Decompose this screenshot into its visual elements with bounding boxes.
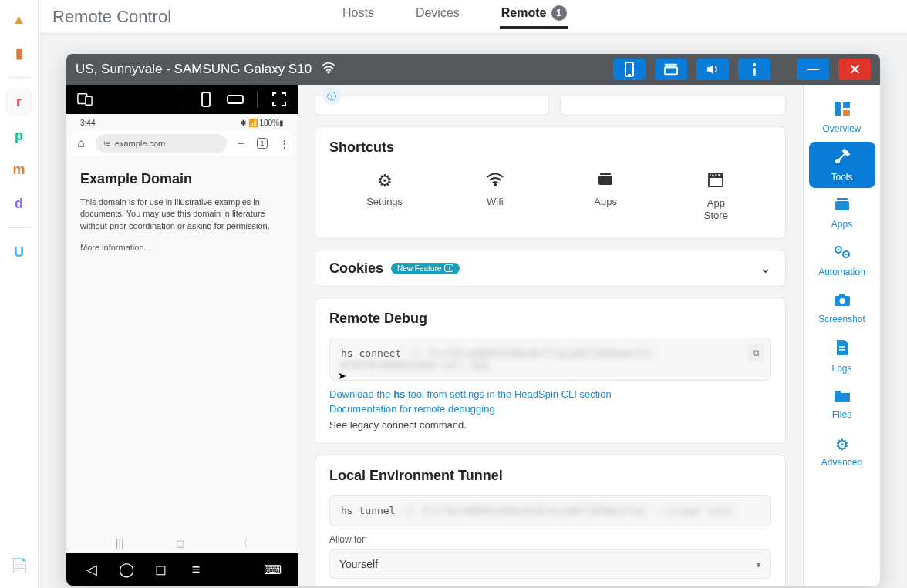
svg-rect-26 [839,346,845,348]
devices-icon[interactable] [74,89,96,109]
tab-remote-badge: 1 [551,5,567,21]
svg-point-16 [836,160,839,163]
shortcut-settings-label: Settings [366,196,403,208]
download-hs-link[interactable]: Download the hs tool from settings in th… [329,388,771,400]
sidebar-apps-label: Apps [831,219,852,230]
home-icon[interactable]: ⌂ [72,136,89,150]
nav-home-icon[interactable]: ◯ [115,561,138,578]
phone-panel: 3:44 ✱ 📶 100%▮ ⌂ ⁝≡ example.com ＋ 1 ⋮ Ex… [66,85,298,586]
sidebar-item-apps[interactable]: Apps [809,190,875,236]
copy-icon[interactable]: ⧉ [747,344,764,361]
sidebar-item-files[interactable]: Files [809,381,875,427]
landscape-icon[interactable] [224,89,246,109]
sidebar-item-screenshot[interactable]: Screenshot [809,285,875,331]
sidebar-item-overview[interactable]: Overview [809,94,875,140]
svg-point-4 [753,63,756,66]
svg-rect-17 [835,201,849,210]
wifi-icon [321,62,336,78]
svg-rect-13 [835,102,841,116]
sidebar-item-automation[interactable]: Automation [809,237,875,284]
svg-point-20 [837,248,838,250]
nav-back-icon[interactable]: ◁ [80,561,103,578]
rail-icon-1[interactable]: ▮ [6,40,32,66]
camera-icon [834,293,851,311]
recent-softkey[interactable]: ||| [116,537,124,549]
tab-devices[interactable]: Devices [414,6,461,28]
device-icon-button[interactable] [613,59,646,80]
close-button[interactable]: ✕ [838,59,871,80]
left-app-rail: ▲ ▮ r p m d U 📄 [0,0,39,588]
rail-icon-4[interactable]: m [6,156,32,183]
tools-icon [834,148,851,169]
site-info-icon: ⁝≡ [103,139,110,148]
home-softkey[interactable]: ◻ [176,537,185,549]
clapper-icon-button[interactable] [655,59,687,80]
svg-rect-12 [600,173,611,175]
new-tab-icon[interactable]: ＋ [233,136,248,150]
overview-icon [834,101,851,120]
rail-icon-bottom[interactable]: 📄 [6,553,32,579]
shortcut-apps-label: Apps [594,196,617,208]
sidebar-item-advanced[interactable]: ⚙ Advanced [809,428,875,475]
more-info-link[interactable]: More information... [80,243,151,252]
tunnel-card: Local Environment Tunnel hs tunnel -t fc… [315,455,786,586]
phone-nav: ◁ ◯ ◻ ≡ ⌨ [66,553,298,586]
url-bar[interactable]: ⁝≡ example.com [96,134,227,153]
tunnel-command[interactable]: hs tunnel -t fcc7bce8892240c8c87ace8f7d3… [329,495,771,526]
minimize-button[interactable]: — [797,59,829,80]
tab-hosts[interactable]: Hosts [341,6,376,28]
shortcut-wifi[interactable]: Wifi [457,171,534,221]
svg-point-0 [328,71,329,72]
fullscreen-icon[interactable] [268,89,290,109]
chevron-down-icon[interactable]: ⌄ [760,260,771,277]
svg-rect-5 [753,68,756,76]
docs-link[interactable]: Documentation for remote debugging [329,403,771,415]
browser-menu-icon[interactable]: ⋮ [276,138,292,150]
tools-panel: ⓘ Shortcuts ⚙ Settings Wifi [298,85,803,586]
info-icon-button[interactable] [738,59,770,80]
sidebar-item-tools[interactable]: Tools [809,142,875,188]
sidebar-tools-label: Tools [831,172,852,183]
tabs-icon[interactable]: 1 [257,138,268,149]
info-circle-icon: ⓘ [323,88,340,105]
keyboard-icon[interactable]: ⌨ [261,563,284,577]
rail-icon-0[interactable]: ▲ [6,6,32,32]
sidebar-files-label: Files [832,409,851,420]
shortcuts-title: Shortcuts [329,139,771,156]
nav-recent-icon[interactable]: ◻ [150,561,173,578]
mini-card-left: ⓘ [315,96,549,116]
shortcuts-card: Shortcuts ⚙ Settings Wifi [315,126,786,239]
phone-screen[interactable]: 3:44 ✱ 📶 100%▮ ⌂ ⁝≡ example.com ＋ 1 ⋮ Ex… [66,114,298,553]
rail-icon-6[interactable]: U [6,239,32,265]
select-caret-icon: ▾ [756,558,761,570]
tunnel-title: Local Environment Tunnel [329,468,771,484]
allow-for-select[interactable]: Yourself ▾ [329,549,771,579]
shortcut-apps[interactable]: Apps [567,171,644,221]
shortcut-settings[interactable]: ⚙ Settings [346,171,423,221]
shortcut-appstore[interactable]: App Store [677,171,754,221]
automation-icon [833,244,851,264]
sidebar-item-logs[interactable]: Logs [809,333,875,379]
shortcut-appstore-label: App Store [704,197,728,221]
volume-icon-button[interactable] [696,59,729,80]
nav-menu-icon[interactable]: ≡ [184,562,207,578]
rail-icon-2[interactable]: r [6,89,32,115]
back-softkey[interactable]: 〈 [238,536,248,550]
portrait-icon[interactable] [195,89,217,109]
gear-icon: ⚙ [377,171,393,191]
sidebar-advanced-label: Advanced [821,457,862,468]
svg-point-25 [839,298,845,304]
browser-bar: ⌂ ⁝≡ example.com ＋ 1 ⋮ [72,131,292,156]
apps-icon [597,171,614,191]
rail-icon-3[interactable]: p [6,123,32,149]
svg-rect-3 [665,67,677,74]
rail-icon-5[interactable]: d [6,190,32,217]
tab-remote[interactable]: Remote 1 [500,5,568,29]
svg-rect-9 [228,96,243,103]
status-battery: ✱ 📶 100%▮ [240,119,284,127]
twin-cards: ⓘ [315,96,786,116]
svg-point-10 [494,184,496,186]
connect-command[interactable]: hs connect -t fcc7bce8892248c8cf7ace8f7d… [329,338,771,381]
remote-debug-links: Download the hs tool from settings in th… [329,388,771,431]
cookies-card[interactable]: Cookies New Feature i ⌄ [315,250,786,287]
